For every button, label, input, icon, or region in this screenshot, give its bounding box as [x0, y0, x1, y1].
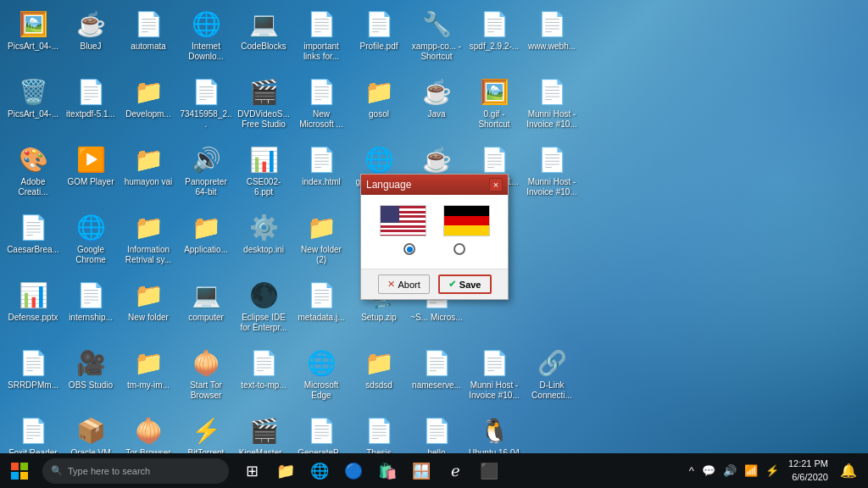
tray-icons: ^ 💬 🔊 📶 ⚡	[687, 463, 781, 479]
windows-logo-red	[11, 463, 19, 470]
save-button[interactable]: ✔ Save	[438, 274, 492, 294]
tray-message[interactable]: 💬	[700, 463, 717, 479]
abort-button[interactable]: ✕ Abort	[378, 274, 430, 294]
notification-button[interactable]: 🔔	[836, 453, 861, 488]
dialog-title: Language	[366, 179, 411, 191]
taskbar-ie[interactable]: ℯ	[439, 453, 471, 488]
save-icon: ✔	[448, 279, 456, 290]
flag-de	[443, 205, 490, 236]
flag-de-gold	[444, 225, 489, 236]
taskbar-windows-security[interactable]: 🪟	[405, 453, 437, 488]
dialog-close-button[interactable]: ×	[489, 178, 503, 191]
radio-row	[370, 243, 499, 255]
windows-logo-icon	[11, 463, 28, 480]
search-bar[interactable]: 🔍 Type here to search	[42, 458, 229, 484]
dialog-overlay: Language ×	[0, 0, 868, 453]
search-icon: 🔍	[51, 465, 63, 476]
abort-icon: ✕	[387, 279, 395, 290]
taskbar-chrome[interactable]: 🔵	[337, 453, 370, 488]
windows-logo-green	[20, 463, 28, 470]
dialog-titlebar[interactable]: Language ×	[361, 175, 508, 195]
taskbar-app-icons: ⊞ 📁 🌐 🔵 🛍️ 🪟 ℯ ⬛	[236, 453, 505, 488]
windows-logo-yellow	[20, 472, 28, 480]
search-placeholder: Type here to search	[68, 466, 150, 476]
taskbar-orange-app[interactable]: ⬛	[473, 453, 505, 488]
taskbar-file-explorer[interactable]: 📁	[270, 453, 302, 488]
clock[interactable]: 12:21 PM 6/6/2020	[785, 458, 832, 484]
flag-de-container	[443, 205, 490, 236]
radio-us[interactable]	[403, 243, 415, 255]
abort-label: Abort	[398, 280, 420, 290]
tray-network[interactable]: 📶	[743, 463, 760, 479]
taskbar: 🔍 Type here to search ⊞ 📁 🌐 🔵 🛍️ 🪟 ℯ ⬛ ^…	[0, 453, 868, 488]
flag-us	[380, 205, 426, 236]
taskbar-task-view[interactable]: ⊞	[236, 453, 268, 488]
language-dialog: Language ×	[360, 174, 509, 300]
flag-de-red	[444, 216, 489, 226]
clock-date: 6/6/2020	[788, 471, 828, 484]
tray-chevron[interactable]: ^	[687, 463, 696, 479]
clock-time: 12:21 PM	[788, 458, 828, 470]
taskbar-store[interactable]: 🛍️	[371, 453, 403, 488]
system-tray: ^ 💬 🔊 📶 ⚡ 12:21 PM 6/6/2020 🔔	[687, 453, 868, 488]
dialog-content	[361, 195, 508, 269]
flags-row	[370, 205, 499, 236]
taskbar-edge[interactable]: 🌐	[303, 453, 336, 488]
dialog-buttons: ✕ Abort ✔ Save	[361, 269, 508, 299]
windows-logo-blue	[11, 472, 19, 480]
desktop: 🖼️ PicsArt_04-... ☕ BlueJ 📄 automata 🌐 I…	[0, 0, 868, 453]
save-label: Save	[459, 280, 481, 290]
tray-power[interactable]: ⚡	[764, 463, 781, 479]
start-button[interactable]	[0, 453, 38, 488]
radio-de[interactable]	[453, 243, 465, 255]
flag-us-container	[380, 205, 426, 236]
flag-us-canton	[381, 206, 399, 223]
tray-volume[interactable]: 🔊	[721, 463, 738, 479]
flag-de-black	[444, 206, 489, 216]
